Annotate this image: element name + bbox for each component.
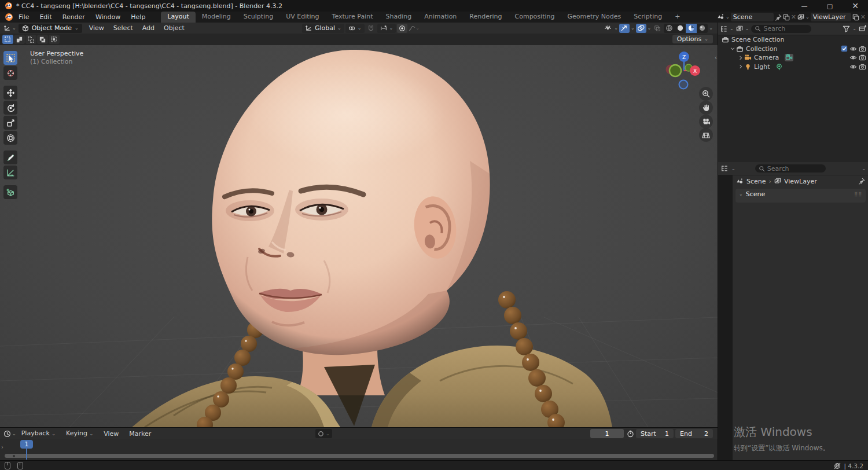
- collection-checkbox[interactable]: [841, 45, 848, 53]
- copy-viewlayer-icon[interactable]: [852, 14, 859, 21]
- outliner-row-light[interactable]: Light: [718, 63, 868, 72]
- properties-options-chevron[interactable]: ⌄: [862, 166, 866, 171]
- toggle-perspective-button[interactable]: [699, 128, 713, 142]
- close-button[interactable]: ✕: [843, 0, 868, 12]
- options-button[interactable]: Options⌄: [672, 35, 713, 43]
- pan-view-button[interactable]: [699, 101, 713, 115]
- workspace-tab-rendering[interactable]: Rendering: [463, 12, 508, 23]
- select-mode-invert[interactable]: [37, 35, 48, 44]
- viewlayer-name-field[interactable]: ViewLayer: [811, 13, 851, 21]
- workspace-tab-compositing[interactable]: Compositing: [509, 12, 561, 23]
- menu-render[interactable]: Render: [57, 12, 90, 23]
- outliner-editor-icon[interactable]: [720, 25, 727, 32]
- viewlayer-icon[interactable]: [797, 14, 804, 21]
- workspace-tab-uv-editing[interactable]: UV Editing: [279, 12, 325, 23]
- tool-annotate[interactable]: [3, 150, 17, 164]
- tool-cursor[interactable]: [3, 66, 17, 80]
- tool-scale[interactable]: [3, 116, 17, 130]
- hide-in-viewport-icon[interactable]: [849, 45, 857, 53]
- viewlayer-browse-chevron[interactable]: ⌄: [806, 14, 810, 20]
- outliner-row-scene-collection[interactable]: Scene Collection: [718, 35, 868, 45]
- expander-icon[interactable]: [738, 64, 744, 69]
- workspace-tab-geometry-nodes[interactable]: Geometry Nodes: [561, 12, 627, 23]
- scene-name-field[interactable]: Scene: [731, 13, 774, 21]
- viewport-menu-view[interactable]: View: [84, 24, 109, 32]
- new-collection-icon[interactable]: [859, 25, 866, 32]
- scene-browse-chevron[interactable]: ⌄: [726, 14, 730, 20]
- current-frame-field[interactable]: 1: [590, 429, 624, 438]
- filter-icon[interactable]: [843, 25, 850, 32]
- workspace-tab-texture-paint[interactable]: Texture Paint: [326, 12, 380, 23]
- transform-orientation-dropdown[interactable]: Global⌄: [302, 24, 344, 33]
- viewport-menu-select[interactable]: Select: [109, 24, 138, 32]
- expander-icon[interactable]: [730, 46, 735, 52]
- xray-toggle[interactable]: [652, 24, 663, 33]
- disable-in-renders-icon[interactable]: [859, 45, 866, 53]
- navigation-gizmo[interactable]: Z X: [661, 49, 707, 95]
- camera-view-button[interactable]: [699, 115, 713, 128]
- workspace-tab-sculpting[interactable]: Sculpting: [237, 12, 279, 23]
- copy-scene-icon[interactable]: [783, 14, 790, 21]
- hide-in-viewport-icon[interactable]: [849, 63, 857, 71]
- proportional-editing-toggle[interactable]: [397, 24, 407, 33]
- menu-help[interactable]: Help: [126, 12, 150, 23]
- timeline-menu-marker[interactable]: Marker: [124, 428, 156, 439]
- pivot-point-dropdown[interactable]: ⌄: [345, 24, 365, 33]
- auto-keying-toggle[interactable]: ⌄: [315, 429, 332, 438]
- shading-solid-button[interactable]: [675, 24, 686, 33]
- menu-file[interactable]: File: [13, 12, 34, 23]
- show-object-types-dropdown[interactable]: [602, 24, 613, 33]
- snap-toggle[interactable]: [366, 24, 376, 33]
- pin-id-icon[interactable]: [858, 178, 865, 185]
- scene-icon[interactable]: [717, 13, 724, 21]
- timeline-ruler[interactable]: [0, 439, 718, 452]
- pin-icon[interactable]: [775, 14, 782, 21]
- shading-material-button[interactable]: [686, 24, 697, 33]
- hide-in-viewport-icon[interactable]: [849, 54, 857, 61]
- stopwatch-icon[interactable]: [627, 430, 634, 438]
- disable-in-renders-icon[interactable]: [859, 63, 866, 71]
- tool-select-box[interactable]: [3, 51, 17, 65]
- disable-in-renders-icon[interactable]: [859, 54, 866, 61]
- outliner-row-collection[interactable]: Collection: [718, 45, 868, 54]
- display-mode-icon[interactable]: [736, 25, 743, 32]
- tool-measure[interactable]: [3, 166, 17, 179]
- tool-transform[interactable]: [3, 131, 17, 145]
- frame-end-field[interactable]: End2: [675, 429, 713, 438]
- viewport-menu-object[interactable]: Object: [159, 24, 189, 32]
- select-mode-subtract[interactable]: [25, 35, 36, 44]
- snap-settings-dropdown[interactable]: ⌄: [377, 24, 396, 33]
- menu-edit[interactable]: Edit: [34, 12, 57, 23]
- workspace-tab-scripting[interactable]: Scripting: [627, 12, 668, 23]
- outliner-search-input[interactable]: Search: [751, 25, 811, 33]
- properties-editor-icon[interactable]: [721, 165, 728, 172]
- breadcrumb-viewlayer[interactable]: ViewLayer: [784, 178, 817, 185]
- workspace-tab-shading[interactable]: Shading: [380, 12, 418, 23]
- timeline-editor-icon[interactable]: ⌄: [3, 430, 16, 438]
- tool-rotate[interactable]: [3, 101, 17, 115]
- maximize-button[interactable]: ▢: [817, 0, 843, 12]
- shading-chevron[interactable]: ⌄: [709, 25, 713, 31]
- select-mode-set[interactable]: [2, 35, 13, 44]
- playhead[interactable]: 1: [20, 440, 33, 449]
- breadcrumb-scene[interactable]: Scene: [746, 178, 766, 185]
- menu-window[interactable]: Window: [90, 12, 126, 23]
- timeline-scrollbar[interactable]: [5, 454, 714, 458]
- select-mode-extend[interactable]: [14, 35, 25, 44]
- editor-type-button[interactable]: ⌄: [3, 24, 16, 32]
- shading-wireframe-button[interactable]: [664, 24, 675, 33]
- viewport-3d[interactable]: User Perspective (1) Collection Z X ‹: [0, 45, 718, 427]
- gizmos-chevron[interactable]: ⌄: [631, 25, 635, 31]
- minimize-button[interactable]: —: [792, 0, 817, 12]
- timeline-menu-playback[interactable]: Playback ⌄: [16, 428, 61, 439]
- proportional-falloff-dropdown[interactable]: ⌄: [409, 24, 420, 33]
- viewport-menu-add[interactable]: Add: [138, 24, 159, 32]
- workspace-tab-+[interactable]: +: [668, 12, 686, 23]
- workspace-tab-modeling[interactable]: Modeling: [196, 12, 237, 23]
- overlays-toggle[interactable]: [636, 24, 646, 33]
- mode-dropdown[interactable]: Object Mode⌄: [19, 24, 82, 33]
- scene-panel-header[interactable]: ⌄Scene⣿⣿: [735, 189, 866, 200]
- zoom-view-button[interactable]: [699, 87, 713, 101]
- workspace-tab-animation[interactable]: Animation: [418, 12, 463, 23]
- select-mode-intersect[interactable]: [49, 35, 60, 44]
